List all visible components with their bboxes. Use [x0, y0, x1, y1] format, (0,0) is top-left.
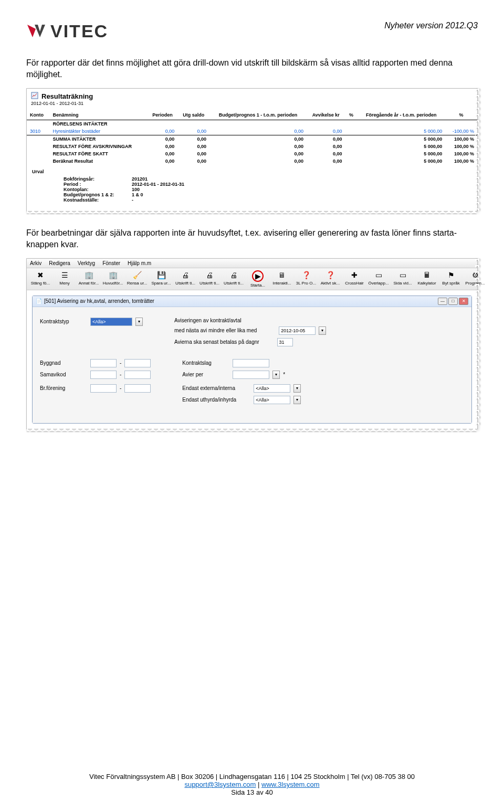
print-icon: 🖨 [181, 270, 190, 280]
dropdown-icon[interactable]: ▾ [135, 318, 143, 326]
externa-field[interactable]: <Alla> [254, 384, 290, 393]
help-icon: ❓ [301, 270, 311, 280]
menu-icon: ☰ [60, 270, 69, 280]
print2-icon: 🖨 [205, 270, 214, 280]
save-button[interactable]: 💾Spara ur... [151, 270, 172, 288]
menu-button[interactable]: ☰Meny [54, 270, 75, 288]
other-icon: 🏢 [84, 270, 93, 280]
samavikod-to[interactable] [124, 371, 151, 379]
report-table: Konto Benämning Perioden Utg saldo Budge… [27, 110, 477, 165]
dropdown-icon[interactable]: ▾ [293, 384, 301, 393]
sub-window: 📄 [501] Avisering av hk,avtal, arrenden,… [32, 296, 472, 424]
main-icon: 🏢 [108, 270, 118, 280]
close-button[interactable]: ✕ [459, 298, 468, 305]
logo-text: VITEC [50, 21, 108, 41]
table-row[interactable]: 3010Hyresintäkter bostäder0,000,000,000,… [27, 128, 477, 135]
kontraktslag-field[interactable] [233, 359, 269, 367]
menu-item[interactable]: Arkiv [30, 260, 41, 266]
table-row: RESULTAT FÖRE AVSKRIVNINGAR0,000,000,000… [27, 143, 477, 150]
brand-logo: VITEC [26, 21, 108, 41]
active-icon: ❓ [326, 270, 335, 280]
subwindow-title: [501] Avisering av hk,avtal, arrenden, t… [44, 298, 154, 304]
table-row: RESULTAT FÖRE SKATT0,000,000,000,005 000… [27, 150, 477, 157]
table-row: SUMMA INTÄKTER0,000,000,000,005 000,0010… [27, 135, 477, 143]
dropdown-icon[interactable]: ▾ [272, 371, 280, 379]
lang-icon: ⚑ [446, 270, 456, 280]
close-icon: ✖ [36, 270, 45, 280]
start-button[interactable]: ▶Starta... [247, 270, 268, 288]
other-button[interactable]: 🏢Annat för... [78, 270, 99, 288]
start-icon: ▶ [252, 270, 264, 282]
report-screenshot: Resultaträkning 2012-01-01 - 2012-01-31 … [26, 88, 478, 212]
logo-mark-icon [26, 24, 46, 39]
uthyrda-field[interactable]: <Alla> [254, 396, 290, 404]
clear-button[interactable]: 🧹Rensa ur... [127, 270, 148, 288]
crosshair-button[interactable]: ✚CrossHair [344, 270, 365, 288]
report-icon [31, 92, 38, 101]
urval-title: Urval [32, 169, 472, 174]
menu-item[interactable]: Redigera [49, 260, 70, 266]
app-screenshot: ArkivRedigeraVerktygFönsterHjälp m.m ✖St… [26, 258, 478, 429]
minimize-button[interactable]: — [438, 298, 447, 305]
daynr-field[interactable]: 31 [277, 338, 293, 346]
brforening-from[interactable] [90, 384, 117, 393]
report-title: Resultaträkning [41, 92, 93, 100]
print-button[interactable]: 🖨Utskrift ti... [175, 270, 196, 288]
print3-icon: 🖨 [229, 270, 238, 280]
report-daterange: 2012-01-01 - 2012-01-31 [27, 101, 477, 110]
paragraph-1: För rapporter där det finns möjlighet at… [26, 57, 478, 81]
form-icon: 📄 [36, 298, 42, 304]
print2-button[interactable]: 🖨Utskrift ti... [199, 270, 220, 288]
close-button[interactable]: ✖Stäng fö... [30, 270, 51, 288]
clear-icon: 🧹 [132, 270, 142, 280]
lang-button[interactable]: ⚑Byt språk [440, 270, 461, 288]
calc-icon: 🖩 [422, 270, 432, 280]
prog-button[interactable]: ⚙Program... [465, 270, 486, 288]
byggnad-to[interactable] [124, 359, 151, 367]
table-row: Beräknat Resultat0,000,000,000,005 000,0… [27, 157, 477, 165]
interactive-icon: 🖥 [277, 270, 287, 280]
dropdown-icon[interactable]: ▾ [293, 396, 301, 404]
main-button[interactable]: 🏢Huvudför... [102, 270, 123, 288]
samavikod-from[interactable] [90, 371, 117, 379]
website-link[interactable]: www.3lsystem.com [261, 781, 320, 788]
byggnad-from[interactable] [90, 359, 117, 367]
calc-button[interactable]: 🖩Kalkylator [416, 270, 437, 288]
menu-item[interactable]: Fönster [102, 260, 120, 266]
brforening-to[interactable] [124, 384, 151, 393]
date-field[interactable]: 2012-10-05 [279, 326, 316, 335]
kontraktstyp-label: Kontraktstyp [40, 319, 87, 324]
help-button[interactable]: ❓3L Pro O... [296, 270, 317, 288]
crosshair-icon: ✚ [350, 270, 359, 280]
support-email-link[interactable]: support@3lsystem.com [184, 781, 256, 788]
dropdown-icon[interactable]: ▾ [319, 326, 326, 335]
menu-item[interactable]: Verktyg [78, 260, 95, 266]
menu-bar: ArkivRedigeraVerktygFönsterHjälp m.m [27, 259, 477, 268]
page-footer: Vitec Förvaltningssystem AB | Box 30206 … [0, 773, 504, 796]
interactive-button[interactable]: 🖥Interakti... [271, 270, 292, 288]
maximize-button[interactable]: □ [448, 298, 458, 305]
avierper-field[interactable] [233, 371, 269, 379]
overlap-button[interactable]: ▭Överlapp... [368, 270, 389, 288]
print3-button[interactable]: 🖨Utskrift ti... [223, 270, 244, 288]
toolbar: ✖Stäng fö...☰Meny🏢Annat för...🏢Huvudför.… [27, 268, 477, 290]
save-icon: 💾 [156, 270, 166, 280]
prog-icon: ⚙ [470, 270, 480, 280]
kontraktstyp-field[interactable]: <Alla> [90, 318, 132, 326]
active-button[interactable]: ❓Aktivt sk... [320, 270, 341, 288]
svg-rect-0 [32, 92, 38, 99]
paragraph-2: För bearbetningar där själva rapporten i… [26, 227, 478, 251]
overlap-icon: ▭ [374, 270, 383, 280]
version-label: Nyheter version 2012.Q3 [384, 21, 478, 30]
side-button[interactable]: ▭Sida vid... [392, 270, 413, 288]
side-icon: ▭ [398, 270, 407, 280]
menu-item[interactable]: Hjälp m.m [128, 260, 151, 266]
